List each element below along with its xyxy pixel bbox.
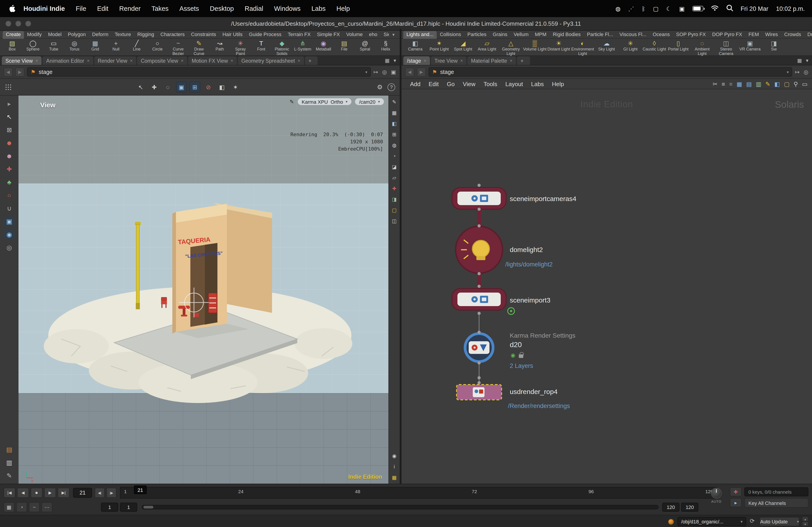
shelf-tab[interactable]: Terrain FX (285, 31, 314, 39)
node-domelight2[interactable] (455, 226, 503, 273)
shelf-tab[interactable]: eho (366, 31, 380, 39)
shelf-tool[interactable]: ◨ Sw (762, 39, 786, 56)
node-sceneimport3[interactable] (452, 288, 506, 310)
menu-item[interactable]: Edit (97, 5, 108, 12)
shelf-tool[interactable]: ▯ Portal Light (666, 39, 690, 56)
shelf-tab[interactable]: Simple FX (314, 31, 343, 39)
pane-tab[interactable]: Tree View × (431, 56, 466, 65)
close-tab-icon[interactable]: × (181, 58, 184, 63)
node-sublabel[interactable]: 2 Layers (510, 362, 533, 369)
shelf-tool[interactable]: ◧ Camera (403, 39, 427, 56)
playbar-icon[interactable]: ▦ (4, 502, 14, 512)
key-options-button[interactable]: ▸ (730, 498, 742, 507)
help-icon[interactable]: ? (388, 83, 395, 91)
frame-range-slider[interactable] (142, 505, 658, 509)
node-label[interactable]: d20 (510, 341, 522, 349)
display-flag-icon[interactable]: ◉ (511, 352, 516, 358)
node-label[interactable]: sceneimport3 (510, 296, 550, 304)
shelf-tab[interactable]: Volume (343, 31, 366, 39)
rail-tool-icon[interactable]: ▸ (4, 99, 14, 108)
range-end-field[interactable]: 120 (662, 503, 679, 512)
shelf-tool[interactable]: ▧ Box (2, 39, 23, 56)
step-forward-button[interactable]: |▶ (106, 488, 116, 498)
network-menu-item[interactable]: View (459, 80, 480, 87)
node-label[interactable]: usdrender_rop4 (510, 388, 557, 395)
shelf-tool[interactable]: △ Geometry Light (499, 39, 523, 56)
display-option-icon[interactable]: ◍ (390, 141, 398, 149)
pane-control-icon[interactable]: ▦ (385, 58, 390, 63)
range-start-field[interactable]: 1 (101, 503, 118, 512)
node-sublabel[interactable]: /lights/domelight2 (505, 261, 553, 268)
shelf-tab[interactable]: Guide Process (246, 31, 285, 39)
display-option-icon[interactable]: ◧ (390, 120, 398, 127)
network-toolbar-icon[interactable]: ▤ (746, 80, 752, 87)
menu-item[interactable]: Render (119, 5, 141, 12)
shelf-tool[interactable]: @ Spiral (354, 39, 375, 56)
network-toolbar-icon[interactable]: ✎ (765, 80, 770, 87)
shelf-tool[interactable]: ◊ Caustic Light (642, 39, 666, 56)
pane-tab[interactable]: Animation Editor × (43, 56, 93, 65)
close-tab-icon[interactable]: × (510, 58, 512, 63)
shelf-tab[interactable]: Deform (89, 31, 112, 39)
viewport-tool-icon[interactable]: ✚ (149, 81, 160, 92)
viewport-scene[interactable]: TAQUERIA "LAS CRUCITAS" (18, 95, 388, 484)
recook-icon[interactable]: ⟳ (750, 517, 755, 524)
pane-divider[interactable] (400, 29, 402, 484)
shelf-tab[interactable]: Modify (24, 31, 45, 39)
shelf-tool[interactable]: ◢ Spot Light (451, 39, 475, 56)
shelf-tool[interactable]: ☀ Distant Light (547, 39, 571, 56)
apple-menu-icon[interactable] (7, 4, 16, 13)
menu-date[interactable]: Fri 20 Mar (740, 5, 768, 12)
update-mode-selector[interactable]: Auto Update ▾ (760, 517, 799, 526)
shelf-tool[interactable]: ◆ Platonic Solids (272, 39, 292, 56)
spotlight-search-icon[interactable] (726, 4, 733, 13)
display-option-icon[interactable]: ✚ (390, 185, 398, 192)
shelf-tab[interactable]: MPM (532, 31, 549, 39)
rail-tool-icon[interactable]: ∪ (4, 204, 14, 213)
node-label[interactable]: domelight2 (510, 246, 543, 253)
current-frame-field[interactable]: 21 (73, 488, 92, 498)
shelf-tool[interactable]: ⋔ L-System (292, 39, 313, 56)
display-option-icon[interactable]: ◔ (390, 152, 398, 160)
shelf-tab[interactable]: Drive Sim... (804, 31, 812, 39)
shelf-tool[interactable]: ◉ Metaball (313, 39, 334, 56)
display-option-icon[interactable]: ◉ (390, 452, 398, 460)
pathbar-icon[interactable]: ▣ (391, 69, 396, 75)
pathbar-icon[interactable]: ◎ (804, 69, 808, 75)
range-end-sub-field[interactable]: 120 (681, 503, 698, 512)
rail-tool-icon[interactable]: ◉ (4, 230, 14, 239)
node-label[interactable]: sceneimportcameras4 (510, 195, 576, 202)
rail-tool-icon[interactable]: ♣ (4, 178, 14, 187)
shelf-tab[interactable]: Rigging (134, 31, 157, 39)
network-menu-item[interactable]: Labs (527, 80, 548, 87)
shelf-tab[interactable]: SideFX Labs (380, 31, 389, 39)
pane-tab[interactable]: Render View × (94, 56, 136, 65)
shelf-tab[interactable]: Particles (464, 31, 490, 39)
display-option-icon[interactable]: ◪ (390, 163, 398, 170)
shelf-tool[interactable]: ▤ File (334, 39, 354, 56)
jump-start-button[interactable]: |◀ (4, 488, 15, 498)
network-toolbar-icon[interactable]: ✂ (712, 80, 717, 87)
gear-icon[interactable]: ⚙ (377, 84, 382, 91)
step-down-button[interactable]: ▾ (802, 522, 808, 526)
shelf-tool[interactable]: ~ Curve Bezier (168, 39, 189, 56)
key-all-channels-button[interactable]: Key All Channels (744, 498, 808, 508)
shelf-tool[interactable]: ╱ Line (126, 39, 147, 56)
network-toolbar-icon[interactable]: ▢ (784, 80, 790, 87)
shelf-tool[interactable]: + Null (105, 39, 126, 56)
status-icon[interactable]: ◍ (615, 6, 621, 12)
shelf-tab[interactable]: Wires (762, 31, 781, 39)
range-slider-handle[interactable] (143, 506, 154, 509)
rail-tool-icon[interactable]: ▤ (4, 445, 14, 454)
shelf-tool[interactable]: ✳ GI Light (619, 39, 642, 56)
display-option-icon[interactable]: ⊞ (390, 131, 398, 138)
shelf-tab[interactable]: Rigid Bodies (550, 31, 584, 39)
shelf-tool[interactable]: ▣ VR Camera (738, 39, 762, 56)
menu-item[interactable]: Help (336, 5, 350, 12)
frame-ruler[interactable]: 124487296120 (120, 487, 717, 499)
rail-tool-icon[interactable]: ⊠ (4, 125, 14, 134)
viewport-tool-icon[interactable]: ↖ (135, 81, 146, 92)
menu-item[interactable]: Windows (274, 5, 301, 12)
nav-forward-button[interactable]: ▶ (15, 67, 24, 76)
shelf-tab[interactable]: Oceans (650, 31, 673, 39)
